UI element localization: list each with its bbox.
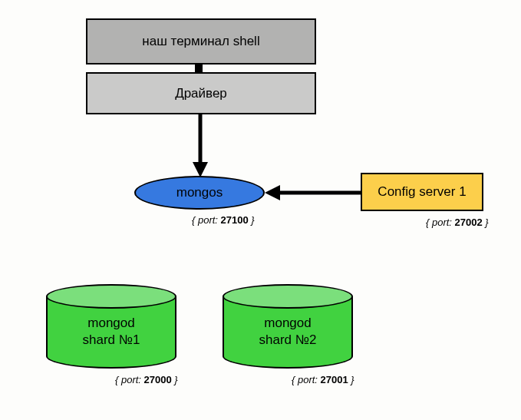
mongos-label: mongos [176, 185, 223, 200]
config-server-label: Config server 1 [378, 184, 466, 200]
shard-1-port: { port: 27000 } [115, 374, 178, 385]
shard-2-port: { port: 27001 } [292, 374, 354, 385]
arrow-config-to-mongos [265, 187, 362, 198]
shard-1-top [46, 284, 176, 309]
connector-terminal-driver [195, 64, 203, 72]
shard-2-label-2: shard №2 [259, 332, 317, 347]
shard-2-cylinder: mongod shard №2 [223, 284, 353, 369]
shard-1-cylinder: mongod shard №1 [46, 284, 176, 369]
driver-label: Драйвер [175, 86, 227, 101]
shard-1-label-1: mongod [87, 316, 134, 330]
mongos-node: mongos [134, 176, 265, 210]
shard-2-label-1: mongod [264, 316, 311, 330]
driver-box: Драйвер [86, 72, 316, 114]
mongos-port: { port: 27100 } [192, 214, 255, 226]
svg-marker-1 [193, 162, 208, 177]
arrow-driver-to-mongos [196, 114, 204, 177]
config-server-box: Config server 1 [361, 173, 483, 211]
svg-marker-3 [265, 185, 280, 200]
terminal-label: наш терминал shell [142, 34, 259, 49]
shard-1-label-2: shard №1 [83, 332, 140, 347]
config-server-port: { port: 27002 } [426, 217, 489, 228]
shard-2-top [223, 284, 353, 309]
terminal-box: наш терминал shell [86, 18, 316, 64]
